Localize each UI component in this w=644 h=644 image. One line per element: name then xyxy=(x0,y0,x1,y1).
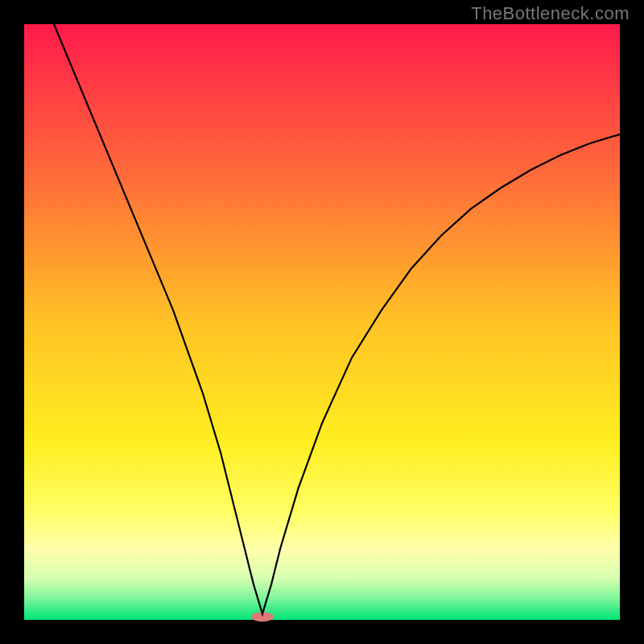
plot-background xyxy=(24,24,620,620)
chart-frame: TheBottleneck.com xyxy=(0,0,644,644)
bottleneck-chart xyxy=(0,0,644,644)
